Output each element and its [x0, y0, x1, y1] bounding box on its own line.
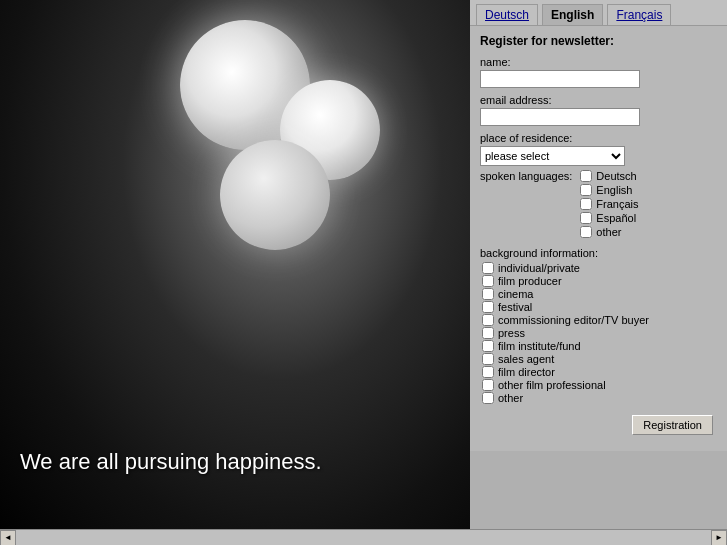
bottom-scrollbar: ◄ ► — [0, 529, 727, 545]
bg-festival-label: festival — [498, 301, 532, 313]
bg-cinema-checkbox[interactable] — [482, 288, 494, 300]
spoken-english-row: English — [580, 184, 638, 196]
bg-film-producer-label: film producer — [498, 275, 562, 287]
bg-film-director-row: film director — [482, 366, 717, 378]
bg-other-label: other — [498, 392, 523, 404]
bg-other-film-label: other film professional — [498, 379, 606, 391]
form-title: Register for newsletter: — [480, 34, 717, 48]
bg-film-institute-checkbox[interactable] — [482, 340, 494, 352]
residence-select[interactable]: please select — [480, 146, 625, 166]
bg-festival-checkbox[interactable] — [482, 301, 494, 313]
bg-press-row: press — [482, 327, 717, 339]
background-image: We are all pursuing happiness. — [0, 0, 470, 545]
tab-deutsch[interactable]: Deutsch — [476, 4, 538, 25]
bg-other-checkbox[interactable] — [482, 392, 494, 404]
scroll-left-icon: ◄ — [4, 533, 12, 542]
bg-press-label: press — [498, 327, 525, 339]
scroll-right-icon: ► — [715, 533, 723, 542]
spoken-espanol-checkbox[interactable] — [580, 212, 592, 224]
spoken-deutsch-row: Deutsch — [580, 170, 638, 182]
balloon-3 — [220, 140, 330, 250]
bg-other-film-checkbox[interactable] — [482, 379, 494, 391]
bg-festival-row: festival — [482, 301, 717, 313]
bg-individual-label: individual/private — [498, 262, 580, 274]
right-panel: Deutsch English Français Register for ne… — [470, 0, 727, 545]
bg-film-director-checkbox[interactable] — [482, 366, 494, 378]
spoken-espanol-label: Español — [596, 212, 636, 224]
bg-sales-agent-label: sales agent — [498, 353, 554, 365]
bg-info-label-text: background information: — [480, 247, 598, 259]
name-label: name: — [480, 56, 717, 68]
email-label: email address: — [480, 94, 717, 106]
form-area: Register for newsletter: name: email add… — [470, 26, 727, 451]
language-tabs: Deutsch English Français — [470, 0, 727, 26]
bg-other-row: other — [482, 392, 717, 404]
residence-label: place of residence: — [480, 132, 717, 144]
spoken-espanol-row: Español — [580, 212, 638, 224]
bg-commissioning-checkbox[interactable] — [482, 314, 494, 326]
bg-info-label: background information: — [480, 247, 717, 259]
scroll-left-arrow[interactable]: ◄ — [0, 530, 16, 546]
email-input[interactable] — [480, 108, 640, 126]
tab-francais[interactable]: Français — [607, 4, 671, 25]
bg-film-producer-checkbox[interactable] — [482, 275, 494, 287]
bg-sales-agent-row: sales agent — [482, 353, 717, 365]
spoken-english-label: English — [596, 184, 632, 196]
spoken-other-checkbox[interactable] — [580, 226, 592, 238]
horizontal-scroll-track[interactable] — [16, 530, 711, 545]
btn-container: Registration — [480, 405, 717, 443]
tab-english[interactable]: English — [542, 4, 603, 25]
bg-film-director-label: film director — [498, 366, 555, 378]
overlay-text: We are all pursuing happiness. — [20, 449, 322, 475]
main-container: We are all pursuing happiness. Deutsch E… — [0, 0, 727, 545]
spoken-other-label: other — [596, 226, 621, 238]
bg-other-film-professional-row: other film professional — [482, 379, 717, 391]
scroll-right-arrow[interactable]: ► — [711, 530, 727, 546]
bg-individual-checkbox[interactable] — [482, 262, 494, 274]
bg-sales-agent-checkbox[interactable] — [482, 353, 494, 365]
bg-press-checkbox[interactable] — [482, 327, 494, 339]
bg-commissioning-label: commissioning editor/TV buyer — [498, 314, 649, 326]
spoken-languages-section: spoken languages: Deutsch English França… — [480, 170, 717, 239]
bg-film-institute-row: film institute/fund — [482, 340, 717, 352]
bg-individual-row: individual/private — [482, 262, 717, 274]
image-area: We are all pursuing happiness. — [0, 0, 470, 545]
registration-button[interactable]: Registration — [632, 415, 713, 435]
spoken-lang-checkboxes: Deutsch English Français Español — [578, 170, 638, 239]
spoken-francais-row: Français — [580, 198, 638, 210]
spoken-other-row: other — [580, 226, 638, 238]
spoken-deutsch-checkbox[interactable] — [580, 170, 592, 182]
bg-film-producer-row: film producer — [482, 275, 717, 287]
bg-film-institute-label: film institute/fund — [498, 340, 581, 352]
spoken-lang-label: spoken languages: — [480, 170, 572, 239]
spoken-francais-checkbox[interactable] — [580, 198, 592, 210]
name-input[interactable] — [480, 70, 640, 88]
spoken-english-checkbox[interactable] — [580, 184, 592, 196]
bg-cinema-label: cinema — [498, 288, 533, 300]
spoken-francais-label: Français — [596, 198, 638, 210]
spoken-deutsch-label: Deutsch — [596, 170, 636, 182]
bg-cinema-row: cinema — [482, 288, 717, 300]
bg-commissioning-row: commissioning editor/TV buyer — [482, 314, 717, 326]
